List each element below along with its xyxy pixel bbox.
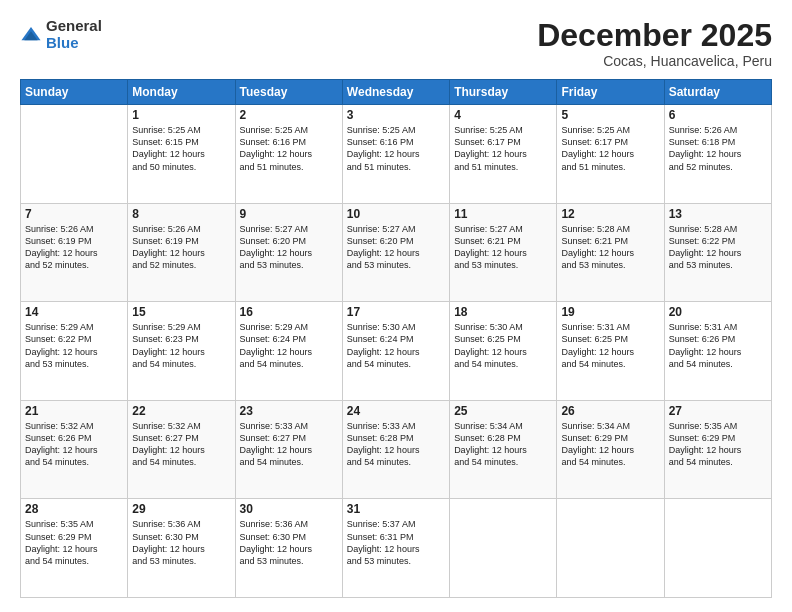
calendar-cell: 17Sunrise: 5:30 AM Sunset: 6:24 PM Dayli… xyxy=(342,302,449,401)
calendar-cell: 18Sunrise: 5:30 AM Sunset: 6:25 PM Dayli… xyxy=(450,302,557,401)
day-number: 21 xyxy=(25,404,123,418)
cell-info: Sunrise: 5:32 AM Sunset: 6:27 PM Dayligh… xyxy=(132,420,230,469)
cell-info: Sunrise: 5:28 AM Sunset: 6:21 PM Dayligh… xyxy=(561,223,659,272)
day-number: 1 xyxy=(132,108,230,122)
day-number: 16 xyxy=(240,305,338,319)
day-number: 23 xyxy=(240,404,338,418)
calendar-cell: 27Sunrise: 5:35 AM Sunset: 6:29 PM Dayli… xyxy=(664,400,771,499)
day-number: 10 xyxy=(347,207,445,221)
calendar-cell: 25Sunrise: 5:34 AM Sunset: 6:28 PM Dayli… xyxy=(450,400,557,499)
cell-info: Sunrise: 5:33 AM Sunset: 6:27 PM Dayligh… xyxy=(240,420,338,469)
calendar-week-row: 28Sunrise: 5:35 AM Sunset: 6:29 PM Dayli… xyxy=(21,499,772,598)
page: General Blue December 2025 Cocas, Huanca… xyxy=(0,0,792,612)
day-number: 31 xyxy=(347,502,445,516)
day-number: 14 xyxy=(25,305,123,319)
cell-info: Sunrise: 5:26 AM Sunset: 6:19 PM Dayligh… xyxy=(25,223,123,272)
calendar-cell: 1Sunrise: 5:25 AM Sunset: 6:15 PM Daylig… xyxy=(128,105,235,204)
header: General Blue December 2025 Cocas, Huanca… xyxy=(20,18,772,69)
cell-info: Sunrise: 5:29 AM Sunset: 6:24 PM Dayligh… xyxy=(240,321,338,370)
col-header-friday: Friday xyxy=(557,80,664,105)
calendar-cell: 11Sunrise: 5:27 AM Sunset: 6:21 PM Dayli… xyxy=(450,203,557,302)
calendar-cell: 14Sunrise: 5:29 AM Sunset: 6:22 PM Dayli… xyxy=(21,302,128,401)
cell-info: Sunrise: 5:25 AM Sunset: 6:15 PM Dayligh… xyxy=(132,124,230,173)
calendar-cell: 24Sunrise: 5:33 AM Sunset: 6:28 PM Dayli… xyxy=(342,400,449,499)
cell-info: Sunrise: 5:34 AM Sunset: 6:28 PM Dayligh… xyxy=(454,420,552,469)
cell-info: Sunrise: 5:25 AM Sunset: 6:17 PM Dayligh… xyxy=(561,124,659,173)
calendar-cell: 9Sunrise: 5:27 AM Sunset: 6:20 PM Daylig… xyxy=(235,203,342,302)
day-number: 6 xyxy=(669,108,767,122)
cell-info: Sunrise: 5:26 AM Sunset: 6:19 PM Dayligh… xyxy=(132,223,230,272)
cell-info: Sunrise: 5:29 AM Sunset: 6:23 PM Dayligh… xyxy=(132,321,230,370)
calendar-header-row: SundayMondayTuesdayWednesdayThursdayFrid… xyxy=(21,80,772,105)
day-number: 12 xyxy=(561,207,659,221)
day-number: 20 xyxy=(669,305,767,319)
day-number: 13 xyxy=(669,207,767,221)
cell-info: Sunrise: 5:31 AM Sunset: 6:25 PM Dayligh… xyxy=(561,321,659,370)
day-number: 28 xyxy=(25,502,123,516)
calendar-cell: 28Sunrise: 5:35 AM Sunset: 6:29 PM Dayli… xyxy=(21,499,128,598)
cell-info: Sunrise: 5:25 AM Sunset: 6:16 PM Dayligh… xyxy=(240,124,338,173)
calendar-cell: 10Sunrise: 5:27 AM Sunset: 6:20 PM Dayli… xyxy=(342,203,449,302)
calendar-cell: 5Sunrise: 5:25 AM Sunset: 6:17 PM Daylig… xyxy=(557,105,664,204)
cell-info: Sunrise: 5:30 AM Sunset: 6:24 PM Dayligh… xyxy=(347,321,445,370)
cell-info: Sunrise: 5:27 AM Sunset: 6:21 PM Dayligh… xyxy=(454,223,552,272)
calendar-title: December 2025 xyxy=(537,18,772,53)
calendar-cell: 20Sunrise: 5:31 AM Sunset: 6:26 PM Dayli… xyxy=(664,302,771,401)
day-number: 15 xyxy=(132,305,230,319)
day-number: 2 xyxy=(240,108,338,122)
day-number: 30 xyxy=(240,502,338,516)
cell-info: Sunrise: 5:27 AM Sunset: 6:20 PM Dayligh… xyxy=(347,223,445,272)
calendar-week-row: 7Sunrise: 5:26 AM Sunset: 6:19 PM Daylig… xyxy=(21,203,772,302)
calendar-cell: 31Sunrise: 5:37 AM Sunset: 6:31 PM Dayli… xyxy=(342,499,449,598)
cell-info: Sunrise: 5:36 AM Sunset: 6:30 PM Dayligh… xyxy=(240,518,338,567)
calendar-cell: 13Sunrise: 5:28 AM Sunset: 6:22 PM Dayli… xyxy=(664,203,771,302)
calendar-cell: 22Sunrise: 5:32 AM Sunset: 6:27 PM Dayli… xyxy=(128,400,235,499)
logo: General Blue xyxy=(20,18,102,51)
cell-info: Sunrise: 5:31 AM Sunset: 6:26 PM Dayligh… xyxy=(669,321,767,370)
calendar-cell xyxy=(664,499,771,598)
calendar-cell: 6Sunrise: 5:26 AM Sunset: 6:18 PM Daylig… xyxy=(664,105,771,204)
calendar-week-row: 14Sunrise: 5:29 AM Sunset: 6:22 PM Dayli… xyxy=(21,302,772,401)
calendar-cell: 4Sunrise: 5:25 AM Sunset: 6:17 PM Daylig… xyxy=(450,105,557,204)
cell-info: Sunrise: 5:25 AM Sunset: 6:16 PM Dayligh… xyxy=(347,124,445,173)
day-number: 25 xyxy=(454,404,552,418)
col-header-sunday: Sunday xyxy=(21,80,128,105)
cell-info: Sunrise: 5:29 AM Sunset: 6:22 PM Dayligh… xyxy=(25,321,123,370)
logo-blue-text: Blue xyxy=(46,35,102,52)
day-number: 11 xyxy=(454,207,552,221)
calendar-cell: 8Sunrise: 5:26 AM Sunset: 6:19 PM Daylig… xyxy=(128,203,235,302)
cell-info: Sunrise: 5:27 AM Sunset: 6:20 PM Dayligh… xyxy=(240,223,338,272)
calendar-cell: 21Sunrise: 5:32 AM Sunset: 6:26 PM Dayli… xyxy=(21,400,128,499)
calendar-cell: 2Sunrise: 5:25 AM Sunset: 6:16 PM Daylig… xyxy=(235,105,342,204)
day-number: 22 xyxy=(132,404,230,418)
day-number: 9 xyxy=(240,207,338,221)
title-block: December 2025 Cocas, Huancavelica, Peru xyxy=(537,18,772,69)
calendar-cell: 15Sunrise: 5:29 AM Sunset: 6:23 PM Dayli… xyxy=(128,302,235,401)
cell-info: Sunrise: 5:36 AM Sunset: 6:30 PM Dayligh… xyxy=(132,518,230,567)
day-number: 29 xyxy=(132,502,230,516)
calendar-cell xyxy=(450,499,557,598)
cell-info: Sunrise: 5:26 AM Sunset: 6:18 PM Dayligh… xyxy=(669,124,767,173)
cell-info: Sunrise: 5:35 AM Sunset: 6:29 PM Dayligh… xyxy=(25,518,123,567)
day-number: 3 xyxy=(347,108,445,122)
calendar-cell: 16Sunrise: 5:29 AM Sunset: 6:24 PM Dayli… xyxy=(235,302,342,401)
calendar-cell: 23Sunrise: 5:33 AM Sunset: 6:27 PM Dayli… xyxy=(235,400,342,499)
cell-info: Sunrise: 5:37 AM Sunset: 6:31 PM Dayligh… xyxy=(347,518,445,567)
calendar-cell: 12Sunrise: 5:28 AM Sunset: 6:21 PM Dayli… xyxy=(557,203,664,302)
calendar-subtitle: Cocas, Huancavelica, Peru xyxy=(537,53,772,69)
cell-info: Sunrise: 5:30 AM Sunset: 6:25 PM Dayligh… xyxy=(454,321,552,370)
cell-info: Sunrise: 5:25 AM Sunset: 6:17 PM Dayligh… xyxy=(454,124,552,173)
day-number: 17 xyxy=(347,305,445,319)
col-header-saturday: Saturday xyxy=(664,80,771,105)
calendar-cell: 7Sunrise: 5:26 AM Sunset: 6:19 PM Daylig… xyxy=(21,203,128,302)
day-number: 8 xyxy=(132,207,230,221)
day-number: 5 xyxy=(561,108,659,122)
calendar-cell: 29Sunrise: 5:36 AM Sunset: 6:30 PM Dayli… xyxy=(128,499,235,598)
calendar-cell xyxy=(21,105,128,204)
calendar-week-row: 21Sunrise: 5:32 AM Sunset: 6:26 PM Dayli… xyxy=(21,400,772,499)
cell-info: Sunrise: 5:32 AM Sunset: 6:26 PM Dayligh… xyxy=(25,420,123,469)
logo-text: General Blue xyxy=(46,18,102,51)
day-number: 7 xyxy=(25,207,123,221)
cell-info: Sunrise: 5:34 AM Sunset: 6:29 PM Dayligh… xyxy=(561,420,659,469)
cell-info: Sunrise: 5:28 AM Sunset: 6:22 PM Dayligh… xyxy=(669,223,767,272)
